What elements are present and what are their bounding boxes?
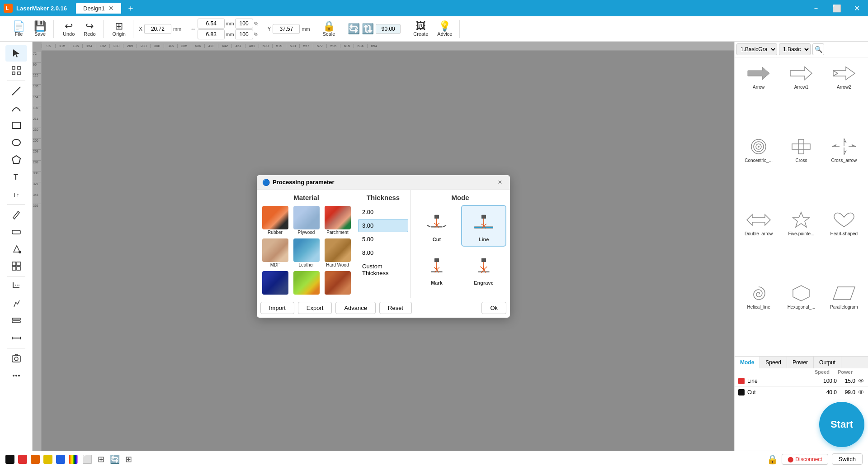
color-red[interactable] xyxy=(18,455,27,464)
material-mdf[interactable]: MDF xyxy=(260,238,290,268)
color-yellow[interactable] xyxy=(43,455,52,464)
shape-helical[interactable]: Helical_line xyxy=(738,281,779,353)
shape-heart[interactable]: Heart-shaped xyxy=(824,208,864,279)
spiral-text-tool[interactable]: T↑ xyxy=(5,186,27,202)
select-all-icon[interactable]: ⬜ xyxy=(82,454,92,464)
advice-button[interactable]: 💡 Advice xyxy=(434,20,456,38)
export-button[interactable]: Export xyxy=(298,302,332,314)
advance-button[interactable]: Advance xyxy=(335,302,376,314)
color-blue[interactable] xyxy=(56,455,65,464)
color-orange[interactable] xyxy=(31,455,40,464)
fill-tool[interactable] xyxy=(5,241,27,257)
h-input[interactable] xyxy=(198,29,225,39)
w-input[interactable] xyxy=(198,19,225,29)
y-input[interactable] xyxy=(273,24,300,34)
shape-category-dropdown2[interactable]: 1.Basic xyxy=(779,43,811,55)
line-tool[interactable] xyxy=(5,83,27,99)
shape-double-arrow[interactable]: Double_arrow xyxy=(738,208,779,279)
mode-line[interactable]: Line xyxy=(461,205,506,247)
x-input[interactable] xyxy=(144,24,171,34)
pencil-tool[interactable] xyxy=(5,206,27,223)
create-button[interactable]: 🖼 Create xyxy=(410,20,432,38)
material-parchment[interactable]: Parchment xyxy=(323,205,352,236)
rotate-icon[interactable]: 🔄 xyxy=(110,454,120,464)
tab-power[interactable]: Power xyxy=(787,357,814,368)
polygon-tool[interactable] xyxy=(5,152,27,168)
minimize-btn[interactable]: － xyxy=(808,4,824,13)
tab-mode[interactable]: Mode xyxy=(735,357,760,368)
grid-tool[interactable] xyxy=(5,258,27,274)
layer-eye-line[interactable]: 👁 xyxy=(858,377,864,385)
shape-cross-arrow[interactable]: Cross_arrow xyxy=(824,134,864,206)
color-black[interactable] xyxy=(5,455,14,464)
rect-tool[interactable] xyxy=(5,117,27,133)
material-fabric3[interactable] xyxy=(323,270,352,296)
ellipse-tool[interactable] xyxy=(5,134,27,151)
curve-tool[interactable] xyxy=(5,100,27,116)
shape-cross[interactable]: Cross xyxy=(781,134,821,206)
layer-speed-line: 100.0 xyxy=(819,378,837,384)
layer-eye-cut[interactable]: 👁 xyxy=(858,389,864,396)
shape-category-dropdown1[interactable]: 1.BasicGra xyxy=(736,43,777,55)
mode-mark[interactable]: Mark xyxy=(414,248,459,290)
undo-button[interactable]: ↩ Undo xyxy=(59,20,78,38)
shape-arrow2[interactable]: Arrow2 xyxy=(824,61,864,133)
save-button[interactable]: 💾 Save xyxy=(30,20,50,38)
shape-parallelogram[interactable]: Parallelogram xyxy=(824,281,864,353)
more-tool[interactable] xyxy=(5,367,27,384)
eraser-tool[interactable] xyxy=(5,224,27,240)
h-pct-input[interactable] xyxy=(235,29,253,39)
tab-output[interactable]: Output xyxy=(814,357,841,368)
material-rubber[interactable]: Rubber xyxy=(260,205,290,236)
node-tool[interactable] xyxy=(5,62,27,79)
scale-button[interactable]: 🔒 Scale xyxy=(319,20,339,38)
material-hardwood[interactable]: Hard Wood xyxy=(323,238,352,268)
import-button[interactable]: Import xyxy=(260,302,294,314)
material-fabric2[interactable] xyxy=(292,270,321,296)
layer-tool[interactable] xyxy=(5,313,27,329)
close-btn[interactable]: ✕ xyxy=(849,4,864,13)
thickness-8[interactable]: 8.00 xyxy=(358,246,408,259)
pen-tool[interactable] xyxy=(5,295,27,312)
crop-tool[interactable] xyxy=(5,278,27,295)
modal-close-btn[interactable]: × xyxy=(495,178,505,187)
material-leather[interactable]: Leather xyxy=(292,238,321,268)
color-rainbow[interactable] xyxy=(69,455,78,464)
ok-button[interactable]: Ok xyxy=(481,302,506,314)
redo-button[interactable]: ↪ Redo xyxy=(80,20,99,38)
thickness-3[interactable]: 3.00 xyxy=(358,219,408,232)
shape-hexagonal[interactable]: Hexagonal_... xyxy=(781,281,821,353)
material-fabric1[interactable] xyxy=(260,270,290,296)
origin-button[interactable]: ⊞ Origin xyxy=(109,20,129,38)
thickness-5[interactable]: 5.00 xyxy=(358,233,408,246)
switch-button[interactable]: Switch xyxy=(832,453,863,465)
thickness-custom[interactable]: Custom Thickness xyxy=(358,260,408,280)
thickness-2[interactable]: 2.00 xyxy=(358,205,408,219)
shape-arrow[interactable]: Arrow xyxy=(738,61,779,133)
active-tab[interactable]: Design1 ✕ xyxy=(76,3,121,14)
start-button[interactable]: Start xyxy=(819,402,864,447)
shape-search-btn[interactable]: 🔍 xyxy=(812,43,824,55)
w-pct-input[interactable] xyxy=(235,19,253,29)
disconnect-button[interactable]: ⬤ Disconnect xyxy=(782,454,828,465)
camera-tool[interactable] xyxy=(5,350,27,367)
maximize-btn[interactable]: ⬜ xyxy=(828,4,846,13)
material-plywood[interactable]: Plywood xyxy=(292,205,321,236)
tab-add-btn[interactable]: ＋ xyxy=(127,3,135,14)
tab-close-btn[interactable]: ✕ xyxy=(108,5,114,12)
select-tool[interactable] xyxy=(5,45,27,62)
shape-arrow1[interactable]: Arrow1 xyxy=(781,61,821,133)
file-button[interactable]: 📄 File xyxy=(9,20,28,38)
canvas-area[interactable]: 96 115 135 154 192 230 269 288 308 346 3… xyxy=(33,42,734,451)
mode-cut[interactable]: Cut xyxy=(414,205,459,247)
mode-engrave[interactable]: Engrave xyxy=(461,248,506,290)
text-tool[interactable]: T xyxy=(5,169,27,185)
shape-five-pointed[interactable]: Five-pointe... xyxy=(781,208,821,279)
reset-button[interactable]: Reset xyxy=(379,302,412,314)
group-icon[interactable]: ⊞ xyxy=(98,454,104,464)
measure-tool[interactable] xyxy=(5,330,27,346)
shape-concentric[interactable]: Concentric_... xyxy=(738,134,779,206)
grid-view-icon[interactable]: ⊞ xyxy=(125,454,132,464)
tab-speed[interactable]: Speed xyxy=(760,357,787,368)
angle-input[interactable] xyxy=(376,24,401,34)
